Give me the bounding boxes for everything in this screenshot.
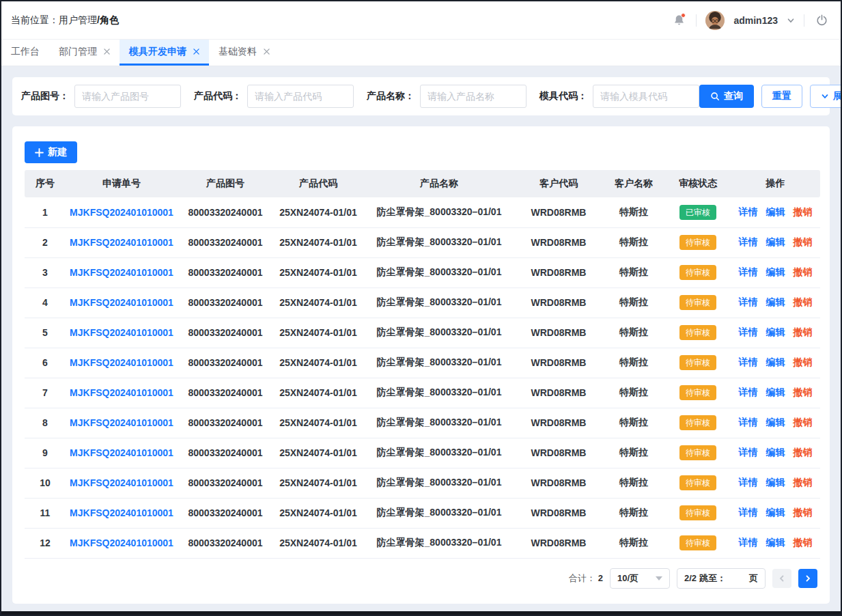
edit-link[interactable]: 编辑: [766, 356, 785, 367]
detail-link[interactable]: 详情: [739, 507, 758, 518]
detail-link[interactable]: 详情: [739, 296, 758, 307]
edit-link[interactable]: 编辑: [766, 507, 785, 518]
chevron-left-icon: [778, 574, 786, 583]
cancel-link[interactable]: 撤销: [794, 326, 813, 337]
search-button-label: 查询: [724, 90, 743, 102]
create-button[interactable]: 新建: [25, 141, 77, 163]
tab-close-icon[interactable]: [264, 48, 270, 55]
product-drawing-no-input[interactable]: [74, 85, 181, 108]
notification-bell-icon[interactable]: [671, 12, 687, 29]
detail-link[interactable]: 详情: [739, 447, 758, 458]
detail-link[interactable]: 详情: [739, 326, 758, 337]
cancel-link[interactable]: 撤销: [794, 296, 813, 307]
order-no-link[interactable]: MJKFSQ202401010001: [70, 387, 173, 398]
edit-link[interactable]: 编辑: [766, 326, 785, 337]
order-no-link[interactable]: MJKFSQ202401010001: [70, 207, 173, 218]
cell-index: 3: [25, 257, 66, 288]
cell-drawing-no: 80003320240001: [178, 468, 273, 498]
status-badge: 待审核: [679, 355, 716, 370]
cancel-link[interactable]: 撤销: [794, 356, 813, 367]
page-size-select[interactable]: 10/页: [610, 568, 670, 589]
cell-product-code: 25XN24074-01/01: [273, 227, 363, 257]
edit-link[interactable]: 编辑: [766, 266, 785, 277]
divider: [696, 14, 697, 27]
order-no-link[interactable]: MJKFSQ202401010001: [70, 237, 173, 248]
user-chevron-down-icon[interactable]: [787, 16, 795, 25]
cancel-link[interactable]: 撤销: [794, 236, 813, 247]
prev-page-button[interactable]: [772, 569, 791, 588]
next-page-button[interactable]: [798, 569, 817, 588]
detail-link[interactable]: 详情: [739, 417, 758, 428]
edit-link[interactable]: 编辑: [766, 387, 785, 397]
cancel-link[interactable]: 撤销: [794, 537, 813, 548]
order-no-link[interactable]: MJKFSQ202401010001: [70, 507, 173, 518]
tab-close-icon[interactable]: [104, 48, 110, 55]
expand-button[interactable]: 展开: [810, 85, 842, 108]
order-no-link[interactable]: MJKFSQ202401010001: [70, 447, 173, 458]
tabbar: 工作台 部门管理 模具开发申请 基础资料: [1, 40, 841, 66]
order-no-link[interactable]: MJKFSQ202401010001: [70, 357, 173, 368]
detail-link[interactable]: 详情: [739, 266, 758, 277]
cell-index: 2: [25, 227, 66, 257]
col-review-status: 审核状态: [665, 170, 731, 197]
logout-power-icon[interactable]: [813, 12, 830, 29]
product-code-input[interactable]: [247, 85, 354, 108]
cancel-link[interactable]: 撤销: [794, 507, 813, 518]
edit-link[interactable]: 编辑: [766, 447, 785, 458]
detail-link[interactable]: 详情: [739, 236, 758, 247]
total-label: 合计：: [569, 573, 595, 583]
filter-panel: 产品图号： 产品代码： 产品名称： 模具代码： 查询 重置 展开: [12, 77, 830, 115]
cancel-link[interactable]: 撤销: [794, 266, 813, 277]
tab-basic-data[interactable]: 基础资料: [209, 40, 279, 66]
cell-customer-code: WRD08RMB: [515, 528, 602, 558]
detail-link[interactable]: 详情: [739, 356, 758, 367]
page-unit: 页: [749, 572, 758, 585]
search-button[interactable]: 查询: [699, 85, 754, 108]
edit-link[interactable]: 编辑: [766, 296, 785, 307]
order-no-link[interactable]: MJKFSQ202401010001: [70, 267, 173, 278]
reset-button[interactable]: 重置: [761, 85, 802, 108]
create-button-label: 新建: [48, 146, 67, 158]
edit-link[interactable]: 编辑: [766, 477, 785, 488]
detail-link[interactable]: 详情: [739, 387, 758, 397]
mold-code-input[interactable]: [593, 85, 699, 108]
cell-drawing-no: 80003320240001: [178, 528, 273, 558]
chevron-right-icon: [804, 574, 812, 583]
cancel-link[interactable]: 撤销: [794, 477, 813, 488]
cancel-link[interactable]: 撤销: [794, 206, 813, 217]
edit-link[interactable]: 编辑: [766, 417, 785, 428]
order-no-link[interactable]: MJKFSQ202401010001: [70, 297, 173, 308]
tab-close-icon[interactable]: [193, 48, 199, 55]
jump-page-input[interactable]: [729, 570, 746, 587]
breadcrumb: 当前位置：用户管理/角色: [11, 14, 119, 27]
cancel-link[interactable]: 撤销: [794, 447, 813, 458]
breadcrumb-prefix: 当前位置：: [11, 14, 59, 25]
edit-link[interactable]: 编辑: [766, 537, 785, 548]
table-row: 7 MJKFSQ202401010001 80003320240001 25XN…: [25, 378, 820, 408]
col-customer-code: 客户代码: [515, 170, 602, 197]
order-no-link[interactable]: MJKFSQ202401010001: [70, 537, 173, 548]
avatar[interactable]: [705, 11, 725, 30]
order-no-link[interactable]: MJKFSQ202401010001: [70, 417, 173, 428]
cell-product-name: 防尘罩骨架_80003320–01/01: [363, 348, 515, 378]
cancel-link[interactable]: 撤销: [794, 387, 813, 397]
tab-label: 工作台: [11, 46, 40, 58]
cell-index: 6: [25, 348, 66, 378]
tab-workbench[interactable]: 工作台: [11, 40, 49, 66]
reset-button-label: 重置: [772, 90, 791, 102]
edit-link[interactable]: 编辑: [766, 206, 785, 217]
order-no-link[interactable]: MJKFSQ202401010001: [70, 327, 173, 338]
tab-mold-development-application[interactable]: 模具开发申请: [120, 40, 209, 66]
main-panel: 新建 序号 申请单号 产品图号 产品代码 产品名称 客户代码 客户名称 审核状态…: [12, 126, 830, 604]
order-no-link[interactable]: MJKFSQ202401010001: [70, 477, 173, 488]
col-index: 序号: [25, 170, 66, 197]
product-name-input[interactable]: [420, 85, 527, 108]
tab-department-management[interactable]: 部门管理: [49, 40, 120, 66]
detail-link[interactable]: 详情: [739, 206, 758, 217]
detail-link[interactable]: 详情: [739, 477, 758, 488]
table-row: 9 MJKFSQ202401010001 80003320240001 25XN…: [25, 438, 820, 468]
edit-link[interactable]: 编辑: [766, 236, 785, 247]
current-page-indicator: 2/2: [684, 573, 697, 583]
detail-link[interactable]: 详情: [739, 537, 758, 548]
cancel-link[interactable]: 撤销: [794, 417, 813, 428]
